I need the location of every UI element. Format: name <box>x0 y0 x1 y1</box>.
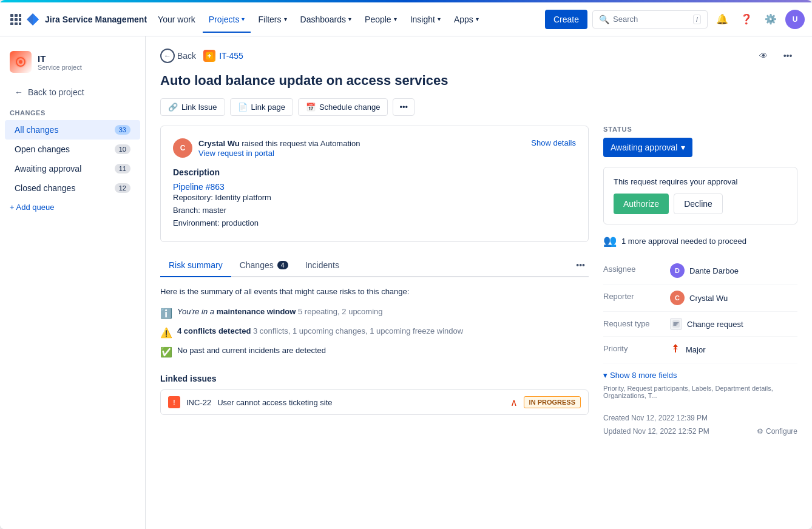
svg-rect-2 <box>19 14 21 17</box>
sidebar: IT Service project ← Back to project Cha… <box>0 36 146 529</box>
issue-main: C Crystal Wu raised this request via Aut… <box>160 126 603 436</box>
sidebar-item-closed-changes[interactable]: Closed changes 12 <box>5 178 140 198</box>
status-chevron-icon: ▾ <box>681 143 685 152</box>
sidebar-item-open-changes[interactable]: Open changes 10 <box>5 140 140 159</box>
nav-insight[interactable]: Insight ▾ <box>404 11 447 28</box>
chevron-down-icon: ▾ <box>603 371 607 380</box>
issue-title: Auto load balance update on access servi… <box>146 66 812 98</box>
svg-rect-6 <box>10 22 13 25</box>
watch-button[interactable]: 👁 <box>754 46 773 66</box>
risk-item-incidents: ✅ No past and current incidents are dete… <box>160 342 589 362</box>
status-dropdown[interactable]: Awaiting approval ▾ <box>603 138 692 157</box>
back-text: Back <box>177 51 196 61</box>
schedule-change-button[interactable]: 📅 Schedule change <box>298 98 388 116</box>
nav-apps[interactable]: Apps ▾ <box>448 11 485 28</box>
issue-sidebar-panel: STATUS Awaiting approval ▾ This request … <box>603 126 797 436</box>
page-icon: 📄 <box>238 103 248 112</box>
tabs-list: Risk summary Changes 4 Incidents <box>160 254 348 276</box>
request-type-value: Change request <box>670 318 797 330</box>
desc-branch: Branch: master <box>173 204 576 217</box>
nav-filters[interactable]: Filters ▾ <box>252 11 293 28</box>
configure-link[interactable]: ⚙ Configure <box>757 427 797 436</box>
approval-buttons: Authorize Decline <box>614 194 787 214</box>
svg-rect-1 <box>15 14 18 17</box>
back-to-project[interactable]: ← Back to project <box>5 83 140 102</box>
svg-rect-4 <box>15 18 18 21</box>
svg-point-11 <box>19 60 22 64</box>
add-queue-button[interactable]: + Add queue <box>0 198 145 217</box>
approval-needed: 👥 1 more approval needed to proceed <box>603 234 797 248</box>
sidebar-badge-closed: 12 <box>115 183 130 193</box>
project-type: Service project <box>38 64 82 71</box>
request-type-field: Request type Change request <box>603 312 797 337</box>
grid-menu-button[interactable] <box>7 11 24 28</box>
issue-header-actions: 👁 ••• <box>754 46 797 66</box>
info-icon: ℹ️ <box>160 308 172 319</box>
sidebar-badge-all: 33 <box>115 125 130 135</box>
meta-dates: Created Nov 12, 2022 12:39 PM Updated No… <box>603 409 797 436</box>
project-info: IT Service project <box>0 46 145 83</box>
sidebar-section-title: Changes <box>0 102 145 120</box>
calendar-icon: 📅 <box>306 103 316 112</box>
tab-changes[interactable]: Changes 4 <box>231 254 297 277</box>
reporter-label: Reporter <box>603 291 670 301</box>
tab-more-button[interactable]: ••• <box>572 257 589 274</box>
risk-intro: Here is the summary of all events that m… <box>160 287 589 296</box>
help-button[interactable]: ❓ <box>737 10 756 29</box>
nav-your-work[interactable]: Your work <box>152 11 201 28</box>
issue-id[interactable]: IT-455 <box>203 50 243 62</box>
sidebar-item-awaiting-approval[interactable]: Awaiting approval 11 <box>5 159 140 178</box>
status-badge: IN PROGRESS <box>524 396 581 408</box>
more-options-button[interactable]: ••• <box>778 46 797 66</box>
inc-id[interactable]: INC-22 <box>186 398 211 407</box>
link-page-button[interactable]: 📄 Link page <box>230 98 293 116</box>
tab-risk-summary[interactable]: Risk summary <box>160 254 231 277</box>
show-more-fields-button[interactable]: ▾ Show 8 more fields <box>603 371 797 380</box>
nav-dashboards[interactable]: Dashboards ▾ <box>294 11 358 28</box>
issue-type-icon <box>203 50 215 62</box>
sidebar-item-all-changes[interactable]: All changes 33 <box>5 120 140 140</box>
view-request-link[interactable]: View request in portal <box>198 149 274 158</box>
content-area: ← Back IT-455 👁 <box>146 36 812 529</box>
linked-issue-item: ! INC-22 User cannot access ticketing si… <box>160 389 589 415</box>
search-box[interactable]: 🔍 Search / <box>592 10 708 29</box>
show-details-link[interactable]: Show details <box>531 138 576 147</box>
approvers-icon: 👥 <box>603 234 617 248</box>
assignee-value: D Dante Darboe <box>670 263 797 278</box>
sidebar-item-label: All changes <box>15 125 58 135</box>
tabs-section: Risk summary Changes 4 Incidents ••• Her… <box>160 254 589 415</box>
svg-rect-7 <box>15 22 18 25</box>
assignee-field: Assignee D Dante Darboe <box>603 257 797 285</box>
priority-label: Priority <box>603 343 670 353</box>
user-avatar[interactable]: U <box>785 10 805 29</box>
search-icon: 🔍 <box>599 15 609 24</box>
gear-icon: ⚙ <box>757 427 763 436</box>
svg-rect-8 <box>19 22 21 25</box>
svg-rect-0 <box>10 14 13 17</box>
nav-people[interactable]: People ▾ <box>359 11 403 28</box>
reporter-field: Reporter C Crystal Wu <box>603 285 797 312</box>
create-button[interactable]: Create <box>545 10 587 29</box>
desc-repo: Repository: Identity platform <box>173 192 576 204</box>
more-actions-button[interactable]: ••• <box>393 98 414 116</box>
back-label: Back to project <box>28 87 84 97</box>
success-icon: ✅ <box>160 346 172 358</box>
back-button[interactable]: ← Back <box>160 49 196 63</box>
created-date: Created Nov 12, 2022 12:39 PM <box>603 414 709 422</box>
risk-item-conflicts: ⚠️ 4 conflicts detected 3 conflicts, 1 u… <box>160 323 589 342</box>
pipeline-link[interactable]: Pipeline #863 <box>173 182 225 192</box>
reporter-avatar-small: C <box>670 291 685 305</box>
approval-text: This request requires your approval <box>614 177 787 186</box>
sidebar-item-label: Open changes <box>15 144 70 154</box>
link-issue-button[interactable]: 🔗 Link Issue <box>160 98 225 116</box>
nav-projects[interactable]: Projects ▾ <box>203 11 251 28</box>
approval-card: This request requires your approval Auth… <box>603 167 797 224</box>
settings-button[interactable]: ⚙️ <box>761 10 780 29</box>
notifications-button[interactable]: 🔔 <box>712 10 732 29</box>
back-circle-icon: ← <box>160 49 175 63</box>
tab-incidents[interactable]: Incidents <box>297 254 348 277</box>
authorize-button[interactable]: Authorize <box>614 194 669 214</box>
decline-button[interactable]: Decline <box>674 194 723 214</box>
changes-count: 4 <box>277 261 288 269</box>
topnav: Jira Service Management Your work Projec… <box>0 2 812 36</box>
